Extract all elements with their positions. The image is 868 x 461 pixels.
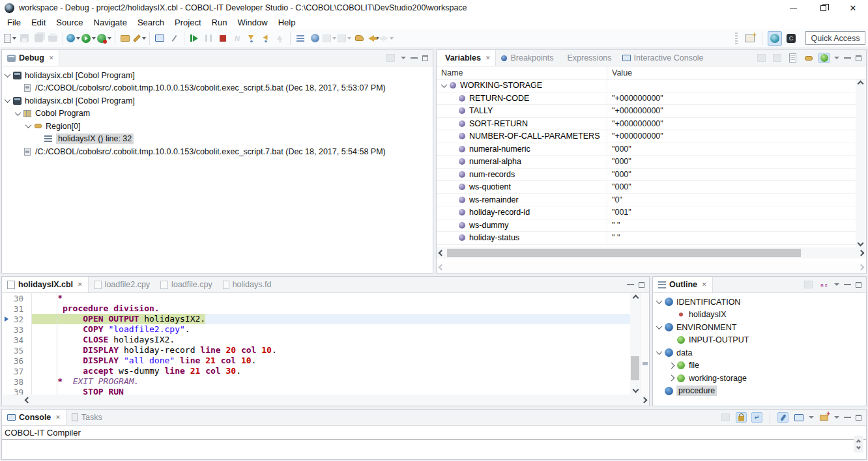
chevron-down-icon[interactable] bbox=[809, 416, 814, 419]
restore-window-button[interactable] bbox=[808, 0, 838, 16]
chevron-down-icon[interactable] bbox=[441, 81, 448, 88]
watchpoint-button[interactable] bbox=[803, 53, 814, 63]
watch-button[interactable] bbox=[167, 31, 181, 46]
tree-item-data[interactable]: data bbox=[653, 346, 866, 359]
chevron-right-icon[interactable] bbox=[669, 362, 675, 369]
variable-row-numeral-alpha[interactable]: numeral-alpha"000" bbox=[437, 156, 866, 169]
step-into-button[interactable] bbox=[245, 31, 258, 46]
close-tab-icon[interactable]: ✕ bbox=[485, 55, 491, 61]
print-button[interactable] bbox=[46, 31, 59, 46]
view-menu-icon[interactable] bbox=[834, 283, 839, 286]
code-line-30[interactable]: * bbox=[32, 293, 630, 303]
display-console-button[interactable] bbox=[153, 31, 166, 46]
scroll-down-icon[interactable] bbox=[858, 240, 864, 247]
menu-run[interactable]: Run bbox=[207, 18, 233, 27]
column-header-name[interactable]: Name bbox=[437, 66, 607, 79]
close-tab-icon[interactable]: ✕ bbox=[702, 281, 707, 288]
tab-breakpoints[interactable]: Breakpoints bbox=[496, 50, 558, 66]
tree-item-working-storage[interactable]: working-storage bbox=[653, 372, 866, 385]
view-menu-icon[interactable] bbox=[834, 57, 839, 59]
display-selected-console-button[interactable] bbox=[793, 412, 804, 423]
minimize-view-icon[interactable] bbox=[411, 57, 418, 59]
open-perspective-button[interactable] bbox=[743, 31, 757, 46]
minimize-view-icon[interactable] bbox=[844, 284, 851, 286]
scroll-up-icon[interactable] bbox=[632, 295, 639, 301]
code-line-31[interactable]: procedure division. bbox=[32, 303, 630, 314]
variable-row-ws-dummy[interactable]: ws-dummy" " bbox=[437, 219, 866, 232]
tree-item-file[interactable]: file bbox=[653, 359, 866, 372]
save-all-button[interactable] bbox=[32, 31, 45, 46]
maximize-view-icon[interactable] bbox=[856, 415, 861, 421]
variable-row-holiday-record-id[interactable]: holiday-record-id"001" bbox=[437, 206, 866, 219]
debug-perspective-button[interactable] bbox=[768, 31, 782, 46]
tree-item-holidaysix-cbl-cobol-program[interactable]: holidaysix.cbl [Cobol Program] bbox=[2, 69, 433, 82]
terminate-button[interactable] bbox=[216, 31, 229, 46]
variable-row-tally[interactable]: TALLY"+000000000" bbox=[437, 105, 866, 118]
chevron-down-icon[interactable] bbox=[656, 348, 663, 355]
quick-access-box[interactable]: Quick Access bbox=[805, 31, 865, 45]
scroll-up-icon[interactable] bbox=[858, 81, 864, 87]
save-button[interactable] bbox=[18, 31, 31, 46]
sort-button[interactable]: a z bbox=[818, 279, 830, 290]
variable-row-ws-quotient[interactable]: ws-quotient"000" bbox=[437, 181, 866, 194]
tab-interactive-console[interactable]: Interactive Console bbox=[617, 50, 709, 66]
tree-item-c-cobol-cobolsrc-cobolit-tmp-1[interactable]: /C:/COBOL/cobolsrc/.cobolit.tmp.10.0.0.1… bbox=[2, 82, 433, 95]
variable-row-num-records[interactable]: num-records"000" bbox=[437, 169, 866, 182]
collapse-all-button[interactable] bbox=[787, 53, 798, 63]
show-logical-structures-button[interactable] bbox=[772, 53, 783, 63]
last-edit-button[interactable] bbox=[353, 31, 366, 46]
code-line-39[interactable]: STOP RUN bbox=[32, 387, 630, 395]
tab-loadfile-cpy[interactable]: loadfile.cpy bbox=[155, 277, 218, 292]
code-line-35[interactable]: DISPLAY holiday-record line 20 col 10. bbox=[32, 345, 630, 356]
code-editor[interactable]: * procedure division. OPEN OUTPUT holida… bbox=[32, 293, 630, 395]
tree-item-identification[interactable]: IDENTIFICATION bbox=[653, 296, 866, 309]
tree-item-input-output[interactable]: INPUT-OUTPUT bbox=[653, 334, 866, 347]
scroll-down-icon[interactable] bbox=[856, 444, 861, 449]
menu-file[interactable]: File bbox=[2, 18, 26, 27]
chevron-right-icon[interactable] bbox=[669, 375, 675, 382]
clear-console-button[interactable] bbox=[720, 412, 731, 423]
chevron-down-icon[interactable] bbox=[656, 323, 663, 329]
maximize-view-icon[interactable] bbox=[856, 282, 861, 288]
close-tab-icon[interactable]: ✕ bbox=[78, 281, 83, 288]
back-button[interactable] bbox=[367, 31, 380, 46]
scroll-lock-button[interactable] bbox=[736, 412, 747, 423]
variable-row-numeral-numeric[interactable]: numeral-numeric"000" bbox=[437, 143, 866, 156]
menu-edit[interactable]: Edit bbox=[26, 18, 51, 27]
annotation-nav2-button[interactable] bbox=[338, 31, 351, 46]
close-tab-icon[interactable]: ✕ bbox=[55, 414, 61, 421]
cobol-perspective-button[interactable]: C bbox=[785, 31, 798, 46]
focus-button[interactable] bbox=[803, 279, 814, 290]
tab-console[interactable]: Console✕ bbox=[2, 410, 66, 425]
maximize-view-icon[interactable] bbox=[422, 55, 428, 61]
show-type-names-button[interactable] bbox=[756, 53, 767, 63]
menu-search[interactable]: Search bbox=[132, 18, 169, 27]
variable-row-holiday-status[interactable]: holiday-status" " bbox=[437, 232, 866, 245]
tab-holidaysix-cbl[interactable]: holidaysIX.cbl✕ bbox=[2, 277, 89, 292]
tab-debug[interactable]: Debug ✕ bbox=[2, 50, 59, 66]
remove-terminated-button[interactable] bbox=[385, 53, 396, 63]
chevron-down-icon[interactable] bbox=[5, 71, 11, 77]
tab-expressions[interactable]: Expressions bbox=[558, 50, 616, 66]
scroll-up-icon[interactable] bbox=[856, 439, 861, 443]
tree-item-holidaysix[interactable]: holidaysIX bbox=[653, 309, 866, 322]
open-task-button[interactable] bbox=[119, 31, 132, 46]
scroll-left-icon[interactable] bbox=[439, 250, 445, 257]
open-console-button[interactable] bbox=[818, 412, 830, 423]
close-tab-icon[interactable]: ✕ bbox=[49, 55, 54, 61]
tree-item-region-0[interactable]: Region[0] bbox=[2, 120, 433, 133]
variable-row-number-of-call-parameters[interactable]: NUMBER-OF-CALL-PARAMETERS"+000000000" bbox=[437, 130, 866, 143]
minimize-view-icon[interactable] bbox=[844, 57, 851, 59]
show-execution-button[interactable] bbox=[294, 31, 307, 46]
menu-window[interactable]: Window bbox=[232, 18, 272, 27]
tab-variables[interactable]: Variables✕ bbox=[437, 50, 496, 66]
resume-button[interactable] bbox=[188, 31, 201, 46]
chevron-down-icon[interactable] bbox=[5, 96, 11, 103]
step-return-button[interactable] bbox=[274, 31, 287, 46]
menu-help[interactable]: Help bbox=[273, 18, 301, 27]
variable-row-ws-remainder[interactable]: ws-remainder"0" bbox=[437, 194, 866, 207]
debug-settings-button[interactable] bbox=[308, 31, 321, 46]
editor-horizontal-scrollbar[interactable] bbox=[2, 395, 649, 406]
tree-item-cobol-program[interactable]: Cobol Program bbox=[2, 107, 433, 120]
maximize-view-icon[interactable] bbox=[856, 55, 861, 61]
